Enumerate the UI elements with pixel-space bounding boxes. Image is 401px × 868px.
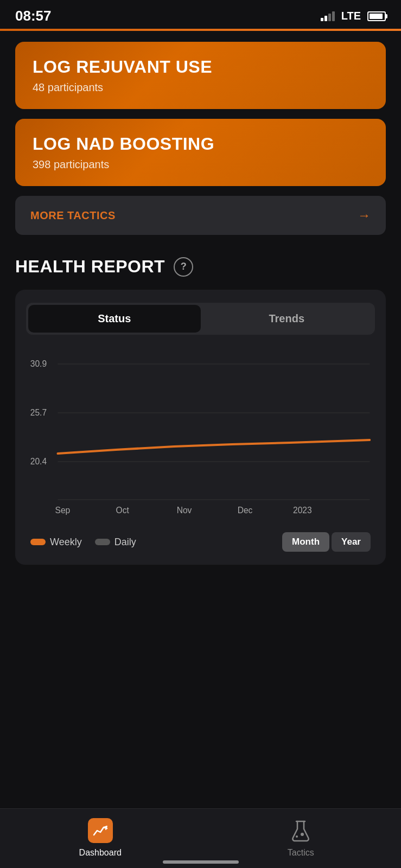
legend-label-daily: Daily [114,537,136,548]
nav-item-tactics[interactable]: Tactics [201,816,402,858]
signal-icon [321,11,335,21]
tactic-card-rejuvant-title: LOG REJUVANT USE [33,57,368,77]
tactic-card-nad-title: LOG NAD BOOSTING [33,134,368,154]
tactics-icon [291,819,310,842]
status-bar: 08:57 LTE [0,0,401,29]
health-report-title: HEALTH REPORT [15,257,165,277]
more-tactics-label: MORE TACTICS [30,209,116,222]
status-time: 08:57 [15,8,52,24]
chart-svg: 30.9 25.7 20.4 Sep Oct Nov Dec 2023 [26,348,375,521]
nav-label-tactics: Tactics [288,848,314,858]
legend-row: Weekly Daily Month Year [26,530,375,554]
svg-text:2023: 2023 [293,506,312,515]
svg-text:25.7: 25.7 [30,408,47,417]
legend-dot-weekly [30,539,46,545]
battery-icon [367,11,386,21]
legend-label-weekly: Weekly [50,537,82,548]
legend-item-daily: Daily [95,537,136,548]
health-report-header: HEALTH REPORT ? [15,257,386,277]
home-indicator [163,860,239,864]
svg-text:Dec: Dec [238,506,253,515]
period-toggle: Month Year [282,532,371,552]
svg-point-14 [301,833,304,836]
tactic-card-rejuvant[interactable]: LOG REJUVANT USE 48 participants [15,42,386,109]
legend-items: Weekly Daily [30,537,136,548]
svg-point-13 [296,835,298,838]
tactic-card-nad[interactable]: LOG NAD BOOSTING 398 participants [15,119,386,186]
tab-trends[interactable]: Trends [201,305,373,333]
legend-item-weekly: Weekly [30,537,82,548]
status-icons: LTE [321,10,386,22]
period-year-button[interactable]: Year [332,532,371,552]
svg-text:20.4: 20.4 [30,457,47,466]
tactic-card-nad-participants: 398 participants [33,158,368,171]
svg-text:Oct: Oct [116,506,130,515]
tactic-card-rejuvant-participants: 48 participants [33,81,368,94]
bottom-spacer [15,565,386,635]
svg-text:30.9: 30.9 [30,359,47,368]
svg-text:Nov: Nov [177,506,192,515]
nav-item-dashboard[interactable]: Dashboard [0,816,201,858]
main-content: LOG REJUVANT USE 48 participants LOG NAD… [0,31,401,635]
tab-status[interactable]: Status [28,305,201,333]
chart-area: 30.9 25.7 20.4 Sep Oct Nov Dec 2023 [26,348,375,521]
lte-label: LTE [341,10,361,22]
more-tactics-button[interactable]: MORE TACTICS → [15,196,386,235]
help-badge-button[interactable]: ? [174,257,193,277]
chart-tab-row: Status Trends [26,303,375,335]
svg-text:Sep: Sep [55,506,71,515]
legend-dot-daily [95,539,110,545]
nav-label-dashboard: Dashboard [79,848,122,858]
bottom-nav: Dashboard Tactics [0,808,401,868]
period-month-button[interactable]: Month [282,532,329,552]
chart-card: Status Trends 30.9 25.7 20.4 Sep Oct No [15,290,386,565]
arrow-right-icon: → [358,208,371,223]
dashboard-icon [88,818,113,843]
